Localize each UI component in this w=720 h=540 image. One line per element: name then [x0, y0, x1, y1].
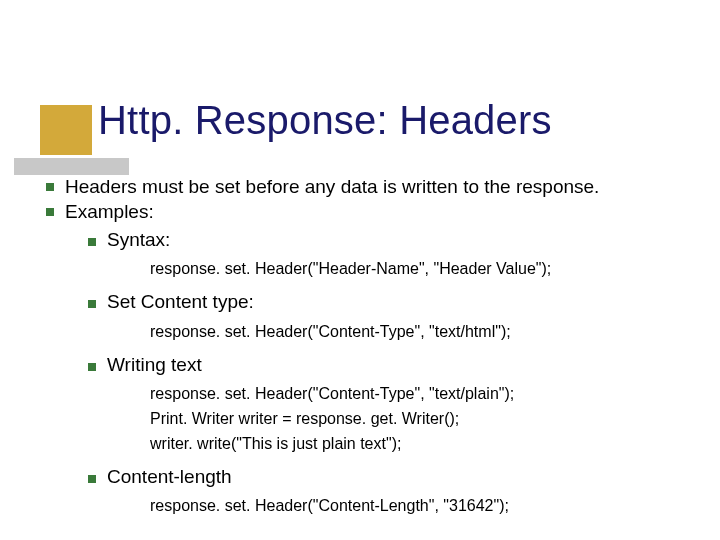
- bullet-text: Content-length: [107, 465, 232, 489]
- bullet-text: Examples:: [65, 200, 154, 224]
- content-area: Headers must be set before any data is w…: [46, 175, 700, 527]
- bullet-list-level1: Headers must be set before any data is w…: [46, 175, 700, 519]
- list-item: Writing text response. set. Header("Cont…: [88, 353, 700, 457]
- gray-accent-bar: [14, 158, 129, 175]
- list-item: Set Content type: response. set. Header(…: [88, 290, 700, 345]
- code-line: writer. write("This is just plain text")…: [150, 432, 700, 457]
- square-bullet-icon: [88, 475, 96, 483]
- slide: Http. Response: Headers Headers must be …: [0, 0, 720, 540]
- square-bullet-icon: [88, 300, 96, 308]
- bullet-text: Headers must be set before any data is w…: [65, 175, 599, 199]
- bullet-text: Syntax:: [107, 228, 170, 252]
- square-bullet-icon: [46, 183, 54, 191]
- square-bullet-icon: [88, 363, 96, 371]
- code-line: response. set. Header("Content-Type", "t…: [150, 320, 700, 345]
- list-item: Syntax: response. set. Header("Header-Na…: [88, 228, 700, 283]
- code-line: Print. Writer writer = response. get. Wr…: [150, 407, 700, 432]
- square-bullet-icon: [88, 238, 96, 246]
- list-item: Content-length response. set. Header("Co…: [88, 465, 700, 520]
- page-title: Http. Response: Headers: [98, 98, 552, 143]
- bullet-text: Writing text: [107, 353, 202, 377]
- bullet-list-level2: Syntax: response. set. Header("Header-Na…: [88, 228, 700, 520]
- code-line: response. set. Header("Content-Type", "t…: [150, 382, 700, 407]
- bullet-text: Set Content type:: [107, 290, 254, 314]
- gold-accent-box: [40, 105, 92, 155]
- code-line: response. set. Header("Header-Name", "He…: [150, 257, 700, 282]
- code-line: response. set. Header("Content-Length", …: [150, 494, 700, 519]
- square-bullet-icon: [46, 208, 54, 216]
- list-item: Examples: Syntax: response. set. Header(…: [46, 200, 700, 520]
- code-block: response. set. Header("Content-Type", "t…: [150, 382, 700, 456]
- list-item: Headers must be set before any data is w…: [46, 175, 700, 199]
